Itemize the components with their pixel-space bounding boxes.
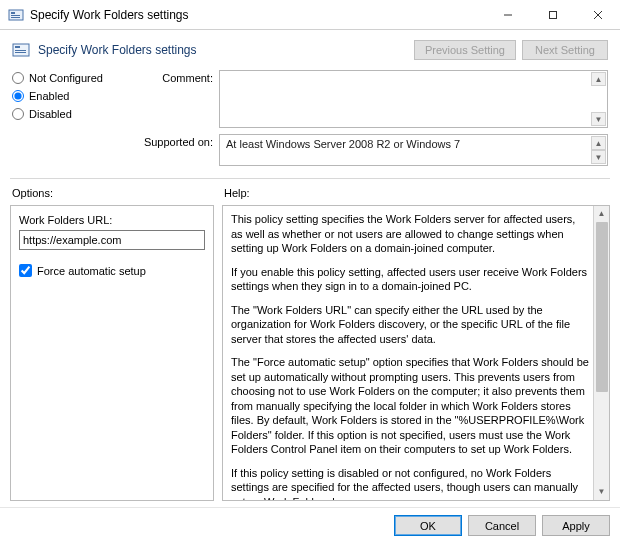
comment-label: Comment: — [137, 70, 219, 128]
help-paragraph-2: If you enable this policy setting, affec… — [231, 265, 589, 294]
policy-icon — [12, 41, 30, 59]
help-scroll-thumb[interactable] — [596, 222, 608, 392]
help-label: Help: — [224, 187, 250, 199]
supported-value: At least Windows Server 2008 R2 or Windo… — [226, 138, 460, 150]
window-titlebar: Specify Work Folders settings — [0, 0, 620, 30]
config-right: Comment: ▲ ▼ Supported on: At least Wind… — [137, 70, 608, 172]
close-button[interactable] — [575, 0, 620, 29]
force-automatic-setup-row[interactable]: Force automatic setup — [19, 264, 205, 277]
dialog-buttons: OK Cancel Apply — [0, 507, 620, 543]
svg-rect-10 — [15, 50, 26, 51]
help-panel: This policy setting specifies the Work F… — [222, 205, 610, 501]
app-icon — [8, 7, 24, 23]
radio-disabled-label: Disabled — [29, 108, 72, 120]
help-scroll-down[interactable]: ▼ — [594, 484, 609, 500]
help-paragraph-4: The "Force automatic setup" option speci… — [231, 355, 589, 457]
section-labels: Options: Help: — [0, 183, 620, 201]
cancel-button[interactable]: Cancel — [468, 515, 536, 536]
comment-row: Comment: ▲ ▼ — [137, 70, 608, 128]
comment-scroll-up[interactable]: ▲ — [591, 72, 606, 86]
help-paragraph-1: This policy setting specifies the Work F… — [231, 212, 589, 256]
supported-scroll-down[interactable]: ▼ — [591, 150, 606, 164]
previous-setting-button[interactable]: Previous Setting — [414, 40, 516, 60]
radio-not-configured-input[interactable] — [12, 72, 24, 84]
window-controls — [485, 0, 620, 29]
window-title: Specify Work Folders settings — [30, 8, 485, 22]
ok-button[interactable]: OK — [394, 515, 462, 536]
radio-enabled-input[interactable] — [12, 90, 24, 102]
apply-button[interactable]: Apply — [542, 515, 610, 536]
next-setting-button[interactable]: Next Setting — [522, 40, 608, 60]
supported-label: Supported on: — [137, 134, 219, 166]
help-scroll-up[interactable]: ▲ — [594, 206, 609, 222]
comment-textarea[interactable]: ▲ ▼ — [219, 70, 608, 128]
supported-row: Supported on: At least Windows Server 20… — [137, 134, 608, 166]
radio-disabled[interactable]: Disabled — [12, 108, 137, 120]
radio-disabled-input[interactable] — [12, 108, 24, 120]
svg-rect-5 — [549, 11, 556, 18]
state-radio-group: Not Configured Enabled Disabled — [12, 70, 137, 172]
radio-enabled-label: Enabled — [29, 90, 69, 102]
divider — [10, 178, 610, 179]
help-paragraph-3: The "Work Folders URL" can specify eithe… — [231, 303, 589, 347]
options-label: Options: — [12, 187, 224, 199]
header-title: Specify Work Folders settings — [38, 43, 408, 57]
comment-scroll-down[interactable]: ▼ — [591, 112, 606, 126]
supported-scroll-up[interactable]: ▲ — [591, 136, 606, 150]
radio-not-configured-label: Not Configured — [29, 72, 103, 84]
supported-textbox: At least Windows Server 2008 R2 or Windo… — [219, 134, 608, 166]
force-automatic-setup-checkbox[interactable] — [19, 264, 32, 277]
maximize-button[interactable] — [530, 0, 575, 29]
svg-rect-3 — [11, 17, 20, 18]
options-panel: Work Folders URL: Force automatic setup — [10, 205, 214, 501]
header: Specify Work Folders settings Previous S… — [0, 30, 620, 68]
work-folders-url-input[interactable] — [19, 230, 205, 250]
svg-rect-11 — [15, 52, 26, 53]
radio-enabled[interactable]: Enabled — [12, 90, 137, 102]
config-section: Not Configured Enabled Disabled Comment:… — [0, 68, 620, 174]
svg-rect-2 — [11, 15, 20, 16]
url-label: Work Folders URL: — [19, 214, 205, 226]
content-area: Work Folders URL: Force automatic setup … — [0, 201, 620, 507]
help-scrollbar[interactable]: ▲ ▼ — [593, 206, 609, 500]
svg-rect-1 — [11, 12, 15, 14]
help-paragraph-5: If this policy setting is disabled or no… — [231, 466, 589, 501]
radio-not-configured[interactable]: Not Configured — [12, 72, 137, 84]
minimize-button[interactable] — [485, 0, 530, 29]
force-automatic-setup-label: Force automatic setup — [37, 265, 146, 277]
svg-rect-9 — [15, 46, 20, 48]
